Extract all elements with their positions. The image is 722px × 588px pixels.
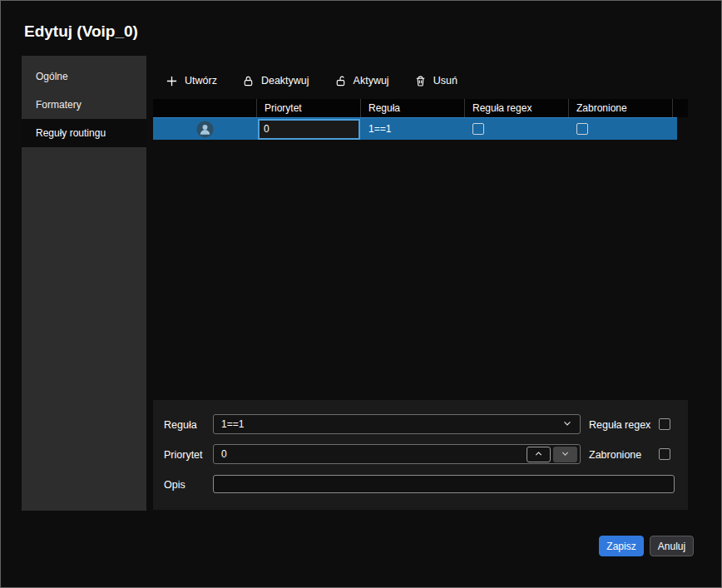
sidebar-item-routing-rules[interactable]: Reguły routingu [22,119,146,147]
table-header-rule-regex: Reguła regex [465,99,569,117]
sidebar-item-formatters[interactable]: Formatery [22,91,146,119]
table-header: Priorytet Reguła Reguła regex Zabronione [153,99,688,117]
row-forbidden-checkbox[interactable] [576,123,588,135]
delete-button-label: Usuń [433,75,457,86]
toolbar: Utwórz Deaktywuj Aktywuj [158,68,465,93]
row-avatar-cell [153,118,257,140]
row-forbidden-cell [569,118,673,140]
forbidden-label: Zabronione [589,449,641,461]
description-input[interactable] [213,475,675,493]
save-button[interactable]: Zapisz [599,536,644,556]
delete-button[interactable]: Usuń [407,70,465,92]
table-header-avatar [153,99,257,117]
priority-increment-button[interactable] [527,447,551,462]
row-rule-value: 1==1 [361,123,391,135]
table-header-filler [673,99,688,117]
deactivate-button[interactable]: Deaktywuj [235,70,317,92]
row-filler-cell [673,118,677,140]
sidebar: Ogólne Formatery Reguły routingu [22,56,146,511]
priority-field [213,444,581,464]
user-icon [196,121,214,138]
priority-label: Priorytet [164,449,203,461]
create-button-label: Utwórz [185,75,217,86]
row-priority-input[interactable] [258,119,360,140]
description-label: Opis [164,479,185,491]
activate-button-label: Aktywuj [354,75,389,86]
rule-regex-label: Reguła regex [589,419,650,431]
activate-button[interactable]: Aktywuj [327,70,397,92]
row-rule-regex-cell [465,118,569,140]
unlock-icon [334,75,347,87]
row-priority-cell [257,118,361,140]
rule-combobox[interactable]: 1==1 [213,414,581,434]
table-header-forbidden: Zabronione [569,99,673,117]
chevron-down-icon [562,418,572,431]
table-header-priority: Priorytet [257,99,361,117]
rule-regex-checkbox[interactable] [659,418,670,430]
table-row[interactable]: 1==1 [153,117,677,140]
priority-input[interactable] [214,445,527,463]
edit-dialog: Edytuj (Voip_0) Ogólne Formatery Reguły … [0,0,722,588]
chevron-up-icon [534,448,543,461]
sidebar-item-general[interactable]: Ogólne [22,62,146,91]
row-rule-cell: 1==1 [361,118,465,140]
rule-label: Reguła [164,419,197,431]
trash-icon [414,75,427,87]
forbidden-checkbox[interactable] [659,448,670,460]
priority-decrement-button[interactable] [553,447,577,462]
cancel-button[interactable]: Anuluj [650,536,694,556]
chevron-down-icon [561,448,570,461]
deactivate-button-label: Deaktywuj [261,75,309,86]
detail-form: Reguła 1==1 Reguła regex Priorytet Zabro [153,400,688,510]
row-rule-regex-checkbox[interactable] [472,123,484,135]
dialog-title: Edytuj (Voip_0) [24,22,138,41]
create-button[interactable]: Utwórz [158,70,225,92]
table-header-rule: Reguła [361,99,465,117]
lock-icon [242,75,255,87]
rule-combobox-value: 1==1 [221,418,244,430]
plus-icon [166,75,178,87]
